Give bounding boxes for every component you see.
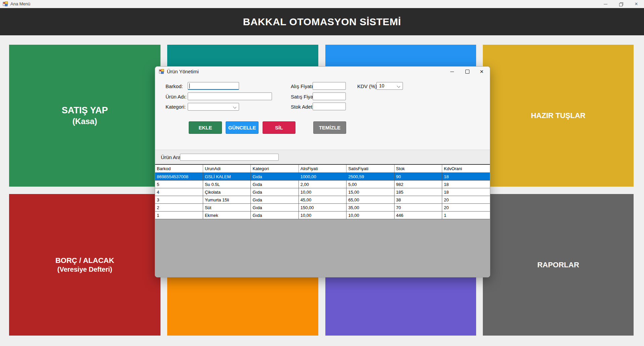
- table-cell[interactable]: 2,00: [298, 181, 346, 188]
- grid-column-header[interactable]: SatisFiyati: [347, 165, 394, 173]
- winforms-app-icon: [3, 1, 8, 7]
- table-row[interactable]: 5Su 0.5LGıda2,005,0098218: [155, 181, 490, 188]
- table-row[interactable]: 3Yumurta 15liGıda45,0065,003820: [155, 196, 490, 204]
- table-cell[interactable]: 5,00: [347, 181, 394, 188]
- table-cell[interactable]: 20: [442, 204, 490, 212]
- table-cell[interactable]: 185: [394, 188, 442, 196]
- satis-fiyati-input[interactable]: [313, 92, 346, 100]
- barkod-label: Barkod:: [166, 82, 183, 90]
- urun-yonetimi-dialog: Ürün Yönetimi × Barkod: Ürün Adı: Katego…: [155, 66, 490, 277]
- sil-button[interactable]: SİL: [263, 121, 295, 134]
- table-cell[interactable]: Gıda: [251, 196, 298, 204]
- stok-adeti-input[interactable]: [313, 103, 346, 110]
- table-cell[interactable]: Gıda: [251, 173, 298, 181]
- table-cell[interactable]: 18: [442, 173, 490, 181]
- table-row[interactable]: 4ÇikolataGıda10,0015,0018518: [155, 188, 490, 196]
- table-cell[interactable]: 15,00: [347, 188, 394, 196]
- table-cell[interactable]: Çikolata: [203, 188, 250, 196]
- table-cell[interactable]: Yumurta 15li: [203, 196, 250, 204]
- tile-raporlar[interactable]: RAPORLAR: [483, 194, 634, 336]
- dialog-close-button[interactable]: ×: [474, 67, 489, 77]
- tile-hazir-tuslar[interactable]: HAZIR TUŞLAR: [483, 45, 634, 187]
- chevron-down-icon: [397, 84, 400, 88]
- table-cell[interactable]: 446: [394, 212, 442, 219]
- grid-header-row: BarkodUrunAdiKategoriAlisFiyatiSatisFiya…: [155, 165, 490, 173]
- table-cell[interactable]: 18: [442, 181, 490, 188]
- table-cell[interactable]: 38: [394, 196, 442, 204]
- main-close-button[interactable]: ×: [629, 0, 644, 8]
- table-cell[interactable]: 10,00: [298, 188, 346, 196]
- main-restore-button[interactable]: [613, 0, 629, 8]
- table-cell[interactable]: 70: [394, 204, 442, 212]
- table-cell[interactable]: Ekmek: [203, 212, 250, 219]
- table-cell[interactable]: 10,00: [298, 212, 346, 219]
- main-minimize-button[interactable]: [598, 0, 613, 8]
- table-cell[interactable]: Süt: [203, 204, 250, 212]
- table-cell[interactable]: 2: [155, 204, 203, 212]
- tile-borc-alacak[interactable]: BORÇ / ALACAK (Veresiye Defteri): [9, 194, 160, 336]
- table-cell[interactable]: 35,00: [347, 204, 394, 212]
- dialog-title: Ürün Yönetimi: [167, 67, 199, 77]
- guncelle-button[interactable]: GÜNCELLE: [226, 121, 259, 134]
- table-cell[interactable]: 150,00: [298, 204, 346, 212]
- table-cell[interactable]: GSLİ KALEM: [203, 173, 250, 181]
- grid-column-header[interactable]: AlisFiyati: [298, 165, 346, 173]
- urun-ara-input[interactable]: [180, 154, 279, 161]
- kdv-combobox[interactable]: 10: [376, 82, 403, 90]
- table-cell[interactable]: Gıda: [251, 204, 298, 212]
- table-cell[interactable]: 1: [442, 212, 490, 219]
- tile-label: SATIŞ YAP: [62, 105, 108, 116]
- table-cell[interactable]: Gıda: [251, 188, 298, 196]
- table-cell[interactable]: 45,00: [298, 196, 346, 204]
- restore-icon: [619, 2, 623, 6]
- table-cell[interactable]: 2500,59: [347, 173, 394, 181]
- dialog-titlebar: Ürün Yönetimi ×: [155, 67, 490, 77]
- tile-label: HAZIR TUŞLAR: [531, 111, 586, 120]
- grid-column-header[interactable]: Stok: [394, 165, 442, 173]
- grid-column-header[interactable]: Barkod: [155, 165, 203, 173]
- table-cell[interactable]: Gıda: [251, 181, 298, 188]
- table-row[interactable]: 1EkmekGıda10,0010,004461: [155, 212, 490, 219]
- table-cell[interactable]: 1000,00: [298, 173, 346, 181]
- table-cell[interactable]: 10,00: [347, 212, 394, 219]
- dialog-minimize-button[interactable]: [445, 67, 460, 77]
- temizle-button[interactable]: TEMİZLE: [313, 121, 346, 134]
- dialog-maximize-button[interactable]: [460, 67, 475, 77]
- barkod-input[interactable]: [188, 82, 239, 90]
- alis-fiyati-input[interactable]: [313, 82, 346, 90]
- grid-column-header[interactable]: UrunAdi: [203, 165, 250, 173]
- table-cell[interactable]: 982: [394, 181, 442, 188]
- table-cell[interactable]: 18: [442, 188, 490, 196]
- tile-sublabel: (Kasa): [73, 116, 97, 126]
- table-cell[interactable]: 3: [155, 196, 203, 204]
- table-cell[interactable]: 8698554537008: [155, 173, 203, 181]
- urun-adi-input[interactable]: [188, 92, 272, 100]
- grid-column-header[interactable]: Kategori: [251, 165, 298, 173]
- urun-ara-label: Ürün Ara:: [161, 153, 182, 161]
- kdv-selected-value: 10: [379, 83, 384, 88]
- table-row[interactable]: 8698554537008GSLİ KALEMGıda1000,002500,5…: [155, 173, 490, 181]
- table-row[interactable]: 2SütGıda150,0035,007020: [155, 204, 490, 212]
- app-header: BAKKAL OTOMASYON SİSTEMİ: [0, 8, 644, 35]
- table-cell[interactable]: 90: [394, 173, 442, 181]
- kategori-label: Kategori:: [166, 103, 186, 111]
- kdv-label: KDV (%):: [357, 82, 378, 90]
- table-cell[interactable]: 4: [155, 188, 203, 196]
- table-cell[interactable]: 65,00: [347, 196, 394, 204]
- table-cell[interactable]: 5: [155, 181, 203, 188]
- stok-adeti-label: Stok Adeti:: [291, 103, 315, 111]
- table-cell[interactable]: Gıda: [251, 212, 298, 219]
- table-cell[interactable]: 20: [442, 196, 490, 204]
- main-window-titlebar: Ana Menü ×: [0, 0, 644, 8]
- table-cell[interactable]: Su 0.5L: [203, 181, 250, 188]
- app-title: BAKKAL OTOMASYON SİSTEMİ: [243, 16, 401, 28]
- table-cell[interactable]: 1: [155, 212, 203, 219]
- chevron-down-icon: [233, 105, 236, 109]
- tile-satis-yap[interactable]: SATIŞ YAP (Kasa): [9, 45, 160, 187]
- winforms-app-icon: [159, 69, 164, 74]
- ekle-button[interactable]: EKLE: [189, 121, 222, 134]
- product-grid: BarkodUrunAdiKategoriAlisFiyatiSatisFiya…: [155, 164, 490, 277]
- kategori-combobox[interactable]: [188, 103, 239, 111]
- alis-fiyati-label: Alış Fiyatı:: [291, 82, 314, 90]
- grid-column-header[interactable]: KdvOrani: [442, 165, 490, 173]
